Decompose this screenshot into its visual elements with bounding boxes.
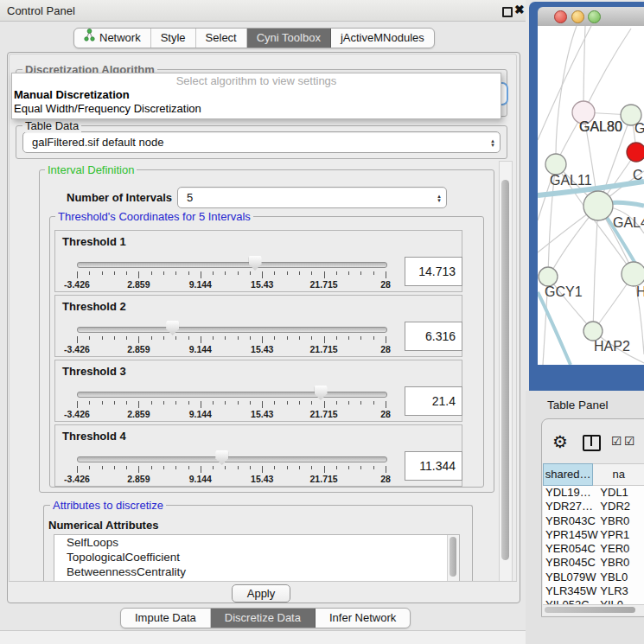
apply-button[interactable]: Apply — [232, 584, 290, 603]
column-header-name[interactable]: na — [593, 463, 644, 486]
checkbox-icon[interactable]: ☑ — [611, 434, 622, 448]
table-cell[interactable]: YBR0 — [600, 514, 644, 528]
attribute-list-item[interactable]: TopologicalCoefficient — [54, 550, 459, 564]
number-of-intervals-combobox[interactable]: 5 ▴▾ — [177, 187, 447, 208]
threshold-1-label: Threshold 1 — [62, 235, 126, 248]
table-cell[interactable]: YER054C — [543, 542, 600, 556]
tick-mark — [386, 336, 386, 343]
network-node[interactable] — [583, 191, 613, 220]
table-row[interactable]: YBR045CYBR0 — [543, 556, 644, 570]
panel-scrollbar-thumb[interactable] — [501, 180, 509, 560]
tick-mark — [225, 336, 226, 340]
table-cell[interactable]: YIL0 — [600, 598, 644, 604]
threshold-4-slider-track[interactable] — [77, 456, 387, 462]
table-row[interactable]: YDR27…YDR2 — [543, 500, 644, 513]
table-cell[interactable]: YDR27… — [543, 500, 600, 513]
menu-item-equal-width-frequency[interactable]: Equal Width/Frequency Discretization — [12, 102, 501, 116]
network-node[interactable] — [627, 143, 644, 162]
numerical-attributes-list[interactable]: SelfLoopsTopologicalCoefficientBetweenne… — [54, 534, 460, 583]
table-cell[interactable]: YER0 — [600, 542, 644, 556]
table-cell[interactable]: YDR2 — [600, 500, 644, 513]
minimize-traffic-light-icon[interactable] — [571, 10, 584, 23]
tick-mark — [250, 336, 251, 340]
tick-mark — [311, 466, 312, 469]
tab-discretize-data[interactable]: Discretize Data — [211, 609, 316, 628]
tick-mark — [348, 271, 349, 275]
node-table[interactable]: shared… na YDL19…YDL1YDR27…YDR2YBR043CYB… — [543, 463, 644, 604]
panel-scrollbar[interactable] — [499, 161, 513, 583]
attribute-list-item[interactable]: BetweennessCentrality — [54, 564, 459, 579]
network-node[interactable] — [622, 262, 644, 286]
table-cell[interactable]: YDL1 — [600, 486, 644, 500]
tab-jactivemnodules[interactable]: jActiveMNodules — [331, 29, 434, 48]
table-cell[interactable]: YBR0 — [600, 556, 644, 570]
list-scrollbar[interactable] — [447, 535, 459, 582]
table-cell[interactable]: YLR3 — [600, 584, 644, 598]
network-window-titlebar[interactable] — [538, 7, 644, 27]
table-cell[interactable]: YPR1 — [600, 528, 644, 542]
threshold-1-value-field[interactable]: 14.713 — [405, 257, 462, 286]
threshold-3-label: Threshold 3 — [62, 365, 126, 378]
threshold-2-value-field[interactable]: 6.316 — [405, 322, 462, 351]
threshold-1-slider-thumb[interactable] — [249, 256, 262, 271]
list-scrollbar-thumb[interactable] — [450, 537, 456, 577]
table-cell[interactable]: YPR145W — [543, 528, 600, 542]
table-cell[interactable]: YLR345W — [543, 584, 600, 598]
tick-label: 15.43 — [251, 474, 273, 484]
table-row[interactable]: YBL079WYBL0 — [543, 571, 644, 584]
gear-icon[interactable]: ⚙ — [552, 431, 568, 452]
network-node[interactable] — [545, 154, 566, 175]
tab-infer-network[interactable]: Infer Network — [316, 609, 410, 628]
zoom-traffic-light-icon[interactable] — [588, 10, 601, 23]
tick-mark — [102, 271, 103, 275]
table-row[interactable]: YPR145WYPR1 — [543, 528, 644, 542]
table-cell[interactable]: YIL052C — [543, 598, 600, 604]
tick-mark — [324, 336, 325, 343]
table-row[interactable]: YLR345WYLR3 — [543, 584, 644, 598]
network-node-label: H — [636, 284, 644, 299]
network-node-label: G — [634, 121, 644, 136]
attribute-list-item[interactable]: SelfLoops — [54, 535, 459, 550]
threshold-1-box: Threshold 1 -3.4262.8599.14415.4321.7152… — [54, 230, 462, 292]
threshold-4-slider-thumb[interactable] — [215, 450, 228, 465]
table-hscrollbar-thumb[interactable] — [545, 607, 635, 613]
table-hscrollbar[interactable] — [543, 604, 644, 615]
network-node[interactable] — [539, 267, 558, 286]
tick-mark — [126, 401, 127, 405]
control-panel-titlebar: Control Panel ✖ — [0, 0, 526, 22]
float-window-icon[interactable] — [502, 7, 513, 17]
tab-impute-data[interactable]: Impute Data — [121, 609, 211, 628]
thresholds-group-title: Threshold's Coordinates for 5 Intervals — [55, 210, 253, 223]
table-data-combobox[interactable]: galFiltered.sif default node ▴▾ — [22, 131, 501, 153]
table-cell[interactable]: YDL19… — [543, 486, 600, 500]
table-cell[interactable]: YBL079W — [543, 571, 600, 584]
tick-mark — [175, 466, 176, 469]
network-canvas[interactable]: GCGAL80GAL11GAL4GCY1HHAP2GAL80 — [538, 26, 644, 365]
threshold-2-slider-track[interactable] — [77, 327, 387, 333]
split-columns-icon[interactable] — [583, 435, 601, 451]
tab-style[interactable]: Style — [151, 29, 196, 48]
menu-item-manual-discretization[interactable]: Manual Discretization — [12, 88, 501, 102]
table-cell[interactable]: YBR043C — [543, 514, 600, 528]
tab-network[interactable]: Network — [74, 29, 151, 48]
tick-mark — [299, 271, 300, 275]
threshold-3-value-field[interactable]: 21.4 — [405, 386, 462, 416]
tab-cyni-toolbox[interactable]: Cyni Toolbox — [247, 29, 331, 48]
table-cell[interactable]: YBL0 — [600, 571, 644, 584]
table-row[interactable]: YBR043CYBR0 — [543, 514, 644, 528]
table-row[interactable]: YIL052CYIL0 — [543, 598, 644, 604]
network-node[interactable] — [583, 322, 603, 341]
close-icon[interactable]: ✖ — [514, 3, 525, 16]
threshold-3-slider-thumb[interactable] — [315, 386, 328, 400]
threshold-4-value-field[interactable]: 11.344 — [405, 451, 462, 481]
tab-select[interactable]: Select — [196, 29, 247, 48]
threshold-1-slider-track[interactable] — [77, 262, 387, 268]
table-row[interactable]: YER054CYER0 — [543, 542, 644, 556]
threshold-2-slider-thumb[interactable] — [166, 321, 179, 335]
close-traffic-light-icon[interactable] — [554, 10, 567, 23]
table-cell[interactable]: YBR045C — [543, 556, 600, 570]
column-header-shared-name[interactable]: shared… — [543, 463, 593, 486]
threshold-3-slider-track[interactable] — [77, 392, 387, 398]
checkbox-icon[interactable]: ☑ — [624, 434, 635, 448]
table-row[interactable]: YDL19…YDL1 — [543, 486, 644, 500]
